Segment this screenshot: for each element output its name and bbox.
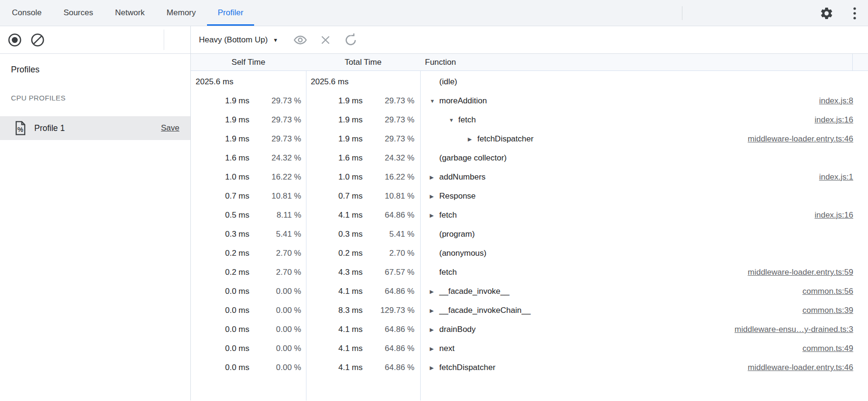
self-time-cell: 0.7 ms10.81 %	[191, 191, 306, 201]
tree-collapsed-icon[interactable]: ▶	[430, 289, 439, 295]
source-location-link[interactable]: index.js:8	[809, 96, 853, 106]
profile-grid-row[interactable]: 0.2 ms2.70 %0.2 ms2.70 %(anonymous)	[191, 244, 868, 263]
function-name: fetchDispatcher	[477, 134, 533, 144]
self-time-cell: 1.9 ms29.73 %	[191, 115, 306, 125]
function-name: fetch	[439, 211, 457, 220]
profiles-sidebar: Profiles CPU PROFILES % Profile 1 Save	[0, 26, 191, 401]
tree-collapsed-icon[interactable]: ▶	[430, 193, 439, 200]
self-time-cell-ms: 0.0 ms	[191, 363, 249, 372]
profile-grid-row[interactable]: 1.9 ms29.73 %1.9 ms29.73 %▼fetchindex.js…	[191, 110, 868, 130]
tab-profiler[interactable]: Profiler	[207, 0, 255, 26]
tree-collapsed-icon[interactable]: ▶	[430, 346, 439, 352]
self-time-cell: 0.3 ms5.41 %	[191, 230, 306, 239]
source-location-link[interactable]: common.ts:39	[793, 306, 853, 315]
column-header-function[interactable]: Function	[420, 58, 868, 67]
function-name: drainBody	[439, 325, 476, 334]
function-name: (idle)	[439, 77, 457, 87]
profile-grid-row[interactable]: 0.0 ms0.00 %4.1 ms64.86 %▶nextcommon.ts:…	[191, 339, 868, 358]
svg-text:%: %	[17, 126, 23, 133]
tree-collapsed-icon[interactable]: ▶	[430, 365, 439, 371]
source-location-link[interactable]: middleware-loader.entry.ts:46	[738, 134, 853, 144]
profile-grid-row[interactable]: 0.3 ms5.41 %0.3 ms5.41 %(program)	[191, 225, 868, 244]
self-time-cell-pct: 5.41 %	[249, 230, 306, 239]
profile-grid-row[interactable]: 1.6 ms24.32 %1.6 ms24.32 %(garbage colle…	[191, 149, 868, 168]
function-name: __facade_invoke__	[439, 287, 509, 296]
profiler-toolbar: Heavy (Bottom Up) ▼	[191, 26, 868, 54]
focus-selected-button[interactable]	[293, 32, 308, 48]
function-cell: ▶fetchindex.js:16	[420, 211, 868, 220]
total-time-cell-ms: 4.1 ms	[306, 287, 363, 296]
record-icon	[8, 33, 22, 47]
clear-button[interactable]	[30, 32, 45, 48]
tree-expanded-icon[interactable]: ▼	[449, 117, 458, 123]
source-location-link[interactable]: common.ts:56	[793, 287, 853, 296]
column-header-self-time[interactable]: Self Time	[191, 58, 306, 67]
profile-grid-row[interactable]: 1.9 ms29.73 %1.9 ms29.73 %▼moreAdditioni…	[191, 91, 868, 110]
total-time-cell-pct: 24.32 %	[363, 153, 420, 163]
function-cell: (anonymous)	[420, 249, 868, 258]
source-location-link[interactable]: index.js:1	[809, 172, 853, 182]
source-location-link[interactable]: middleware-loader.entry.ts:59	[738, 268, 853, 277]
view-mode-value: Heavy (Bottom Up)	[199, 35, 268, 45]
total-time-cell-ms: 1.9 ms	[306, 96, 363, 106]
tree-collapsed-icon[interactable]: ▶	[430, 308, 439, 314]
exclude-selected-button[interactable]	[318, 32, 333, 48]
self-time-cell-ms: 0.2 ms	[191, 268, 249, 277]
total-time-cell: 0.7 ms10.81 %	[306, 191, 420, 201]
tree-collapsed-icon[interactable]: ▶	[468, 136, 477, 142]
tab-network[interactable]: Network	[104, 0, 156, 26]
profile-grid-row[interactable]: 0.0 ms0.00 %8.3 ms129.73 %▶__facade_invo…	[191, 301, 868, 320]
total-time-cell: 4.1 ms64.86 %	[306, 363, 420, 372]
function-name: __facade_invokeChain__	[439, 306, 531, 315]
more-options-button[interactable]	[848, 5, 861, 22]
profile-grid-row[interactable]: 0.2 ms2.70 %4.3 ms67.57 %fetchmiddleware…	[191, 263, 868, 282]
tab-console[interactable]: Console	[1, 0, 52, 26]
profile-grid-row[interactable]: 1.9 ms29.73 %1.9 ms29.73 %▶fetchDispatch…	[191, 130, 868, 149]
profile-list-item[interactable]: % Profile 1 Save	[0, 116, 190, 140]
source-location-link[interactable]: middleware-ensu…y-drained.ts:3	[725, 325, 853, 334]
profile-grid-row[interactable]: 0.0 ms0.00 %4.1 ms64.86 %▶__facade_invok…	[191, 282, 868, 301]
profile-grid-row[interactable]: 1.0 ms16.22 %1.0 ms16.22 %▶addNumbersind…	[191, 168, 868, 187]
profile-grid-row[interactable]: 0.7 ms10.81 %0.7 ms10.81 %▶Response	[191, 187, 868, 206]
self-time-cell: 0.0 ms0.00 %	[191, 363, 306, 372]
total-time-cell-pct: 129.73 %	[363, 306, 420, 315]
function-cell: (program)	[420, 230, 868, 239]
total-time-cell: 0.2 ms2.70 %	[306, 249, 420, 258]
tree-collapsed-icon[interactable]: ▶	[430, 327, 439, 333]
profile-percent-doc-icon: %	[15, 121, 26, 135]
save-profile-link[interactable]: Save	[161, 123, 179, 133]
close-icon	[319, 34, 332, 46]
tab-sources[interactable]: Sources	[52, 0, 104, 26]
tab-memory[interactable]: Memory	[156, 0, 207, 26]
column-header-total-time[interactable]: Total Time	[306, 58, 420, 67]
record-button[interactable]	[7, 32, 22, 48]
profile-grid-row[interactable]: 2025.6 ms2025.6 ms(idle)	[191, 72, 868, 91]
total-time-cell: 4.1 ms64.86 %	[306, 344, 420, 353]
source-location-link[interactable]: index.js:16	[805, 211, 853, 220]
profile-grid-row[interactable]: 0.0 ms0.00 %4.1 ms64.86 %▶fetchDispatche…	[191, 358, 868, 377]
self-time-cell-pct: 2.70 %	[249, 268, 306, 277]
self-time-cell-pct: 29.73 %	[249, 96, 306, 106]
profile-grid-row[interactable]: 0.5 ms8.11 %4.1 ms64.86 %▶fetchindex.js:…	[191, 206, 868, 225]
tree-expanded-icon[interactable]: ▼	[430, 98, 439, 104]
function-cell: ▶Response	[420, 191, 868, 201]
settings-button[interactable]	[818, 5, 835, 22]
function-name: (program)	[439, 230, 475, 239]
source-location-link[interactable]: index.js:16	[805, 115, 853, 125]
function-name: (garbage collector)	[439, 153, 507, 163]
source-location-link[interactable]: middleware-loader.entry.ts:46	[738, 363, 853, 372]
toolbar-divider	[164, 30, 164, 50]
view-mode-select[interactable]: Heavy (Bottom Up) ▼	[199, 35, 278, 45]
source-location-link[interactable]: common.ts:49	[793, 344, 853, 353]
devtools-tabbar: ConsoleSourcesNetworkMemoryProfiler	[0, 0, 868, 26]
profile-data-grid: Self Time Total Time Function 2025.6 ms2…	[191, 54, 868, 401]
restore-all-button[interactable]	[343, 32, 358, 48]
function-name: (anonymous)	[439, 249, 486, 258]
tree-collapsed-icon[interactable]: ▶	[430, 212, 439, 219]
tree-collapsed-icon[interactable]: ▶	[430, 174, 439, 180]
total-time-cell: 4.1 ms64.86 %	[306, 211, 420, 220]
profile-grid-row[interactable]: 0.0 ms0.00 %4.1 ms64.86 %▶drainBodymiddl…	[191, 320, 868, 339]
self-time-cell: 2025.6 ms	[191, 77, 306, 87]
self-time-cell: 1.9 ms29.73 %	[191, 96, 306, 106]
function-cell: ▶fetchDispatchermiddleware-loader.entry.…	[420, 363, 868, 372]
